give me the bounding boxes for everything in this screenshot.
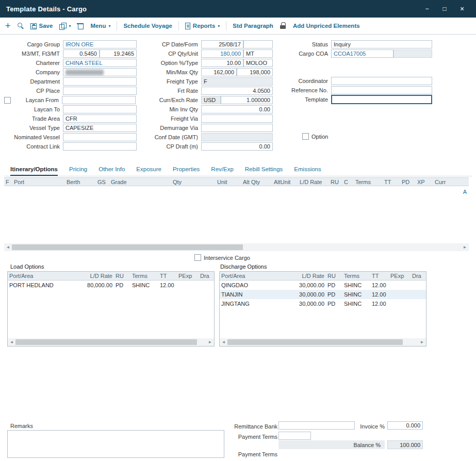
- discharge-options-hscrollbar[interactable]: ◄ ►: [220, 338, 426, 346]
- scroll-right-icon[interactable]: ►: [418, 338, 426, 346]
- tab-properties[interactable]: Properties: [173, 166, 200, 176]
- template-input[interactable]: [331, 95, 432, 104]
- menu-button[interactable]: Menu▾: [90, 23, 110, 29]
- remittance-bank-input[interactable]: [278, 421, 355, 430]
- min-inv-qty-input[interactable]: 0.00: [201, 105, 273, 113]
- trade-area-input[interactable]: CFR: [63, 114, 137, 123]
- tab-exposure[interactable]: Exposure: [136, 166, 161, 176]
- laycan-from-input[interactable]: [62, 96, 136, 104]
- m3mt-input[interactable]: 0.5450: [63, 50, 100, 58]
- interservice-cargo-checkbox[interactable]: [194, 254, 201, 261]
- maximize-button[interactable]: □: [437, 3, 452, 15]
- scroll-left-icon[interactable]: ◄: [4, 243, 12, 251]
- nominated-vessel-input[interactable]: [63, 133, 137, 141]
- vessel-type-input[interactable]: CAPESIZE: [63, 124, 137, 132]
- option-pct-input[interactable]: 10.00: [201, 59, 243, 67]
- load-options-header-row: Port/Area L/D Rate RU Terms TT PExp Dra: [8, 272, 214, 281]
- table-row[interactable]: QINGDAO 30,000.00 PD SHINC 12.00: [220, 281, 426, 290]
- balance-pct-input[interactable]: 100.000: [387, 440, 423, 449]
- table-row[interactable]: JINGTANG 30,000.00 PD SHINC 12.00: [220, 299, 426, 308]
- reports-button[interactable]: Reports▾: [185, 23, 220, 29]
- save-button[interactable]: Save: [30, 23, 53, 29]
- cp-date-input[interactable]: 25/08/17: [201, 40, 243, 48]
- cp-unit-input[interactable]: MT: [243, 50, 273, 58]
- company-input[interactable]: [63, 68, 137, 76]
- table-row[interactable]: PORT HEDLAND 80,000.00 PD SHINC 12.00: [8, 281, 214, 290]
- min-max-qty-label: Min/Max Qty: [143, 69, 201, 75]
- tab-itinerary-options[interactable]: Itinerary/Options: [10, 166, 58, 176]
- curr-exch-rate-label: Curr/Exch Rate: [143, 97, 201, 103]
- payment-terms-input[interactable]: [278, 432, 311, 440]
- invoice-pct-input[interactable]: 0.000: [387, 421, 423, 430]
- tab-rebill-settings[interactable]: Rebill Settings: [245, 166, 283, 176]
- m3mt-label: M3/MT, Ft3/MT: [4, 51, 63, 57]
- min-qty-input[interactable]: 162,000: [201, 68, 237, 76]
- schedule-voyage-button[interactable]: Schedule Voyage: [123, 23, 172, 29]
- tab-pricing[interactable]: Pricing: [69, 166, 87, 176]
- tab-emissions[interactable]: Emissions: [294, 166, 321, 176]
- copy-button[interactable]: ▾: [59, 22, 71, 29]
- chevron-down-icon: ▾: [218, 24, 220, 28]
- option-checkbox[interactable]: [302, 133, 309, 140]
- option-type-input[interactable]: MOLOO: [243, 59, 273, 67]
- itinerary-add-link[interactable]: A: [463, 189, 467, 195]
- cp-place-input[interactable]: [63, 87, 137, 95]
- laycan-to-input[interactable]: [63, 105, 137, 113]
- scroll-right-icon[interactable]: ►: [206, 338, 214, 346]
- itinerary-body[interactable]: A: [4, 186, 469, 243]
- currency-input[interactable]: USD: [201, 96, 221, 104]
- cp-qty-input[interactable]: 180,000: [201, 50, 243, 58]
- delete-button[interactable]: [77, 22, 84, 29]
- minimize-button[interactable]: −: [419, 3, 435, 15]
- reference-no-input[interactable]: [331, 86, 432, 94]
- scrollbar-thumb[interactable]: [227, 339, 403, 345]
- lock-icon: [280, 22, 287, 29]
- itinerary-hscrollbar[interactable]: ◄ ►: [4, 243, 469, 251]
- table-row[interactable]: TIANJIN 30,000.00 PD SHINC 12.00: [220, 290, 426, 299]
- tab-rev-exp[interactable]: Rev/Exp: [211, 166, 233, 176]
- cp-form-input[interactable]: [243, 40, 273, 48]
- header-cell: TT: [158, 273, 177, 279]
- toolbar: + Save ▾ Menu▾ Schedule Voyage Reports▾ …: [0, 18, 476, 35]
- max-qty-input[interactable]: 198,000: [237, 68, 273, 76]
- window-title: Template Details - Cargo: [6, 5, 87, 13]
- contract-link-input[interactable]: [63, 142, 137, 151]
- coordinator-input[interactable]: [331, 77, 432, 85]
- tab-other-info[interactable]: Other Info: [99, 166, 125, 176]
- charterer-label: Charterer: [4, 60, 63, 66]
- cargo-group-input[interactable]: IRON ORE: [63, 40, 137, 48]
- scroll-left-icon[interactable]: ◄: [220, 338, 227, 346]
- cell: PORT HEDLAND: [8, 282, 83, 288]
- search-button[interactable]: [17, 22, 24, 29]
- cargo-coa-secondary-input[interactable]: [393, 50, 432, 58]
- load-options-hscrollbar[interactable]: ◄ ►: [8, 338, 214, 346]
- frt-rate-input[interactable]: 4.0500: [201, 87, 273, 95]
- close-button[interactable]: ×: [454, 3, 470, 15]
- lock-button[interactable]: [280, 22, 287, 29]
- remarks-textarea[interactable]: [7, 430, 224, 458]
- charterer-input[interactable]: CHINA STEEL: [63, 59, 137, 67]
- demurrage-via-input[interactable]: [201, 124, 273, 132]
- conf-date-input[interactable]: [201, 133, 273, 141]
- conf-date-label: Conf Date (GMT): [143, 134, 201, 140]
- department-input[interactable]: [63, 77, 137, 86]
- ft3mt-input[interactable]: 19.2465: [100, 50, 137, 58]
- cp-draft-input[interactable]: 0.00: [201, 142, 273, 151]
- freight-via-input[interactable]: [201, 114, 273, 123]
- exch-rate-input[interactable]: 1.000000: [221, 96, 273, 104]
- scroll-right-icon[interactable]: ►: [461, 243, 469, 251]
- scrollbar-thumb[interactable]: [15, 339, 197, 345]
- tab-bar: Itinerary/Options Pricing Other Info Exp…: [4, 166, 472, 176]
- status-input[interactable]: Inquiry: [331, 40, 432, 48]
- cargo-coa-input[interactable]: CCOA17005: [331, 50, 393, 58]
- add-unpriced-elements-button[interactable]: Add Unpriced Elements: [293, 23, 360, 29]
- freight-type-input[interactable]: F: [201, 77, 273, 86]
- cell: 12.00: [370, 282, 389, 288]
- scrollbar-thumb[interactable]: [12, 244, 243, 250]
- new-button[interactable]: +: [5, 22, 11, 29]
- laycan-from-checkbox[interactable]: [4, 97, 11, 104]
- header-cell: Berth: [65, 179, 96, 185]
- option-label: Option: [311, 134, 328, 140]
- scroll-left-icon[interactable]: ◄: [8, 338, 15, 346]
- std-paragraph-button[interactable]: Std Paragraph: [233, 23, 273, 29]
